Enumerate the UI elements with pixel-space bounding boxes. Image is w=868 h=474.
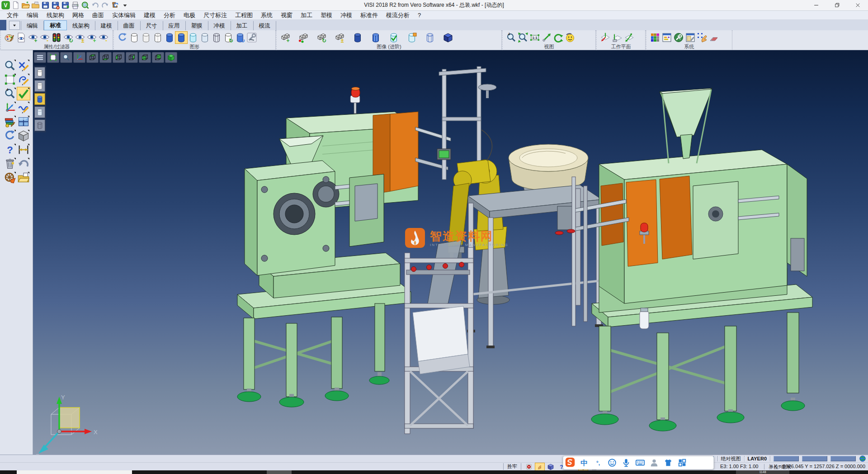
redraw-icon[interactable] (117, 32, 128, 43)
status-slot-1[interactable] (774, 456, 799, 461)
view-right-icon[interactable] (126, 52, 138, 63)
menu-item-5[interactable]: 实体编辑 (108, 11, 140, 20)
menu-item-11[interactable]: 系统 (257, 11, 277, 20)
workplane-origin-icon[interactable] (599, 32, 611, 43)
zoom-dynamic-icon[interactable] (4, 59, 16, 72)
ghost-mode-icon[interactable] (199, 32, 211, 43)
view-menu-icon[interactable] (34, 52, 46, 63)
menu-item-17[interactable]: 模流分析 (382, 11, 414, 20)
adv-striped-view-icon[interactable] (370, 32, 382, 43)
tab-0[interactable]: 编辑 (21, 21, 44, 30)
menu-item-14[interactable]: 塑模 (316, 11, 336, 20)
save-as-icon[interactable] (51, 1, 60, 9)
print-icon[interactable] (71, 1, 80, 9)
adv-add-entities-icon[interactable]: + (279, 32, 291, 43)
shaded-mode-icon[interactable] (164, 32, 175, 43)
window-tile-icon[interactable] (17, 115, 30, 128)
delete-icon[interactable] (4, 157, 16, 170)
menu-item-16[interactable]: 标准件 (356, 11, 382, 20)
windows-taskbar[interactable]: 1148 (0, 470, 868, 474)
tab-3[interactable]: 建模 (95, 21, 118, 30)
strip-shaded-icon[interactable] (34, 93, 45, 105)
save-export-icon[interactable] (61, 1, 70, 9)
adv-shaded-cube-icon[interactable] (442, 32, 454, 43)
navigate-icon[interactable] (4, 171, 16, 184)
ime-account-icon[interactable] (649, 458, 659, 468)
profile-settings-icon[interactable] (684, 32, 696, 43)
display-settings-icon[interactable] (661, 32, 673, 43)
view-iso-icon[interactable] (165, 52, 177, 63)
menu-item-1[interactable]: 编辑 (23, 11, 42, 20)
tab-4[interactable]: 曲面 (118, 21, 141, 30)
mesh-mode-icon[interactable] (211, 32, 222, 43)
adv-filter-entities-icon[interactable] (297, 32, 309, 43)
sketch-modify-icon[interactable] (17, 101, 30, 114)
panel-handle[interactable] (0, 20, 6, 30)
hidden-line-mode-icon[interactable] (140, 32, 152, 43)
snap-settings-icon[interactable] (696, 32, 708, 43)
adv-validate-icon[interactable] (388, 32, 400, 43)
ime-skin-icon[interactable] (663, 458, 673, 468)
menu-item-2[interactable]: 线架构 (42, 11, 68, 20)
menu-item-9[interactable]: 尺寸标注 (199, 11, 231, 20)
tab-6[interactable]: 应用 (163, 21, 186, 30)
ime-lang-icon[interactable]: 中 (579, 458, 589, 468)
view-front-icon[interactable] (139, 52, 151, 63)
system-settings-icon[interactable] (673, 32, 684, 43)
solid-shade-icon[interactable] (17, 129, 30, 142)
zoom-window-icon[interactable] (4, 73, 16, 86)
transparent-mode-icon[interactable] (187, 32, 199, 43)
strip-mesh-icon[interactable] (34, 119, 45, 131)
menu-item-13[interactable]: 加工 (297, 11, 316, 20)
menu-item-12[interactable]: 视窗 (277, 11, 297, 20)
adv-solid-view-icon[interactable] (352, 32, 363, 43)
rotate-view-icon[interactable] (552, 32, 564, 43)
adv-refresh-entities-icon[interactable]: ↻ (316, 32, 327, 43)
view-zoom-icon[interactable] (60, 52, 72, 63)
tab-7[interactable]: 塑膜 (186, 21, 208, 30)
adv-export-view-icon[interactable] (406, 32, 418, 43)
attributes-page-icon[interactable] (15, 32, 27, 43)
regen-solid-icon[interactable]: ↻ (222, 32, 234, 43)
view-bottom-icon[interactable] (99, 52, 112, 63)
lock-button[interactable]: 拴牢 (503, 463, 521, 470)
select-hand-icon[interactable] (535, 463, 544, 470)
strip-wireframe-icon[interactable] (34, 67, 45, 79)
tab-overflow-button[interactable] (9, 21, 20, 30)
dashed-hidden-mode-icon[interactable] (152, 32, 164, 43)
menu-item-10[interactable]: 工程图 (231, 11, 257, 20)
shaded-edges-mode-icon[interactable] (175, 32, 187, 43)
view-axes-icon[interactable] (73, 52, 85, 63)
color-table-icon[interactable] (649, 32, 661, 43)
ime-emoji-icon[interactable] (607, 458, 617, 468)
zoom-1-1-icon[interactable]: 1:1 (529, 32, 541, 43)
zoom-scale-icon[interactable]: + (4, 87, 16, 100)
toolbar-options-icon[interactable] (121, 1, 129, 9)
workplane-rotate-icon[interactable] (623, 32, 635, 43)
visibility-add-icon[interactable]: + (86, 32, 98, 43)
menu-item-3[interactable]: 网格 (68, 11, 88, 20)
ime-voice-icon[interactable] (621, 458, 631, 468)
redraw-all-icon[interactable] (4, 129, 16, 142)
taskbar-fragment[interactable]: 1148 (736, 470, 789, 474)
adv-plusminus-entities-icon[interactable]: ± (334, 32, 345, 43)
strip-transparent-icon[interactable] (34, 106, 45, 118)
filter-remove-icon[interactable]: - (39, 32, 51, 43)
ref-book-icon[interactable] (524, 463, 533, 470)
view-indicator[interactable]: 绝对视图 (721, 455, 741, 462)
menu-item-7[interactable]: 分析 (160, 11, 179, 20)
confirm-icon[interactable] (17, 87, 30, 100)
view-fit-icon[interactable] (47, 52, 59, 63)
session-refresh-icon[interactable] (111, 1, 119, 9)
sketch-curve-icon[interactable] (17, 73, 30, 86)
globe-icon[interactable] (859, 455, 866, 462)
tab-9[interactable]: 加工 (231, 21, 254, 30)
attributes-stack-icon[interactable] (4, 115, 16, 128)
filter-plusminus-icon[interactable]: ± (74, 32, 86, 43)
layer-indicator[interactable]: LAYER0 (748, 456, 767, 461)
zoom-all-icon[interactable] (517, 32, 529, 43)
menu-item-6[interactable]: 建模 (140, 11, 160, 20)
redo-icon[interactable] (101, 1, 109, 9)
undo-icon[interactable] (91, 1, 99, 9)
help-icon[interactable]: ? (4, 143, 16, 156)
